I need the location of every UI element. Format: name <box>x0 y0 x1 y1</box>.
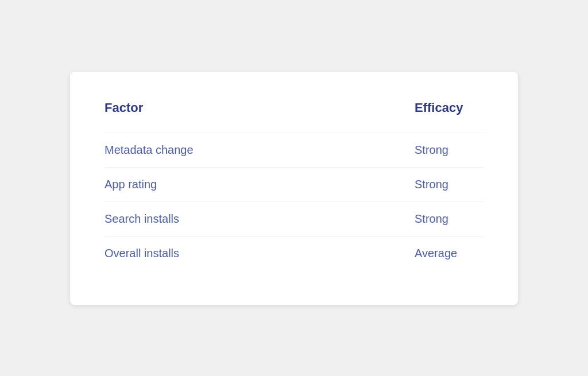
table-header: Factor Efficacy <box>105 100 483 115</box>
efficacy-cell-overall-installs: Average <box>415 247 483 260</box>
factor-cell-metadata: Metadata change <box>105 144 194 157</box>
factor-cell-app-rating: App rating <box>105 178 157 191</box>
factor-cell-search-installs: Search installs <box>105 212 179 226</box>
table-row: Search installs Strong <box>105 201 483 236</box>
factor-cell-overall-installs: Overall installs <box>105 247 179 260</box>
efficacy-cell-metadata: Strong <box>415 144 483 157</box>
column-header-factor: Factor <box>105 100 143 115</box>
table-row: App rating Strong <box>105 167 483 201</box>
card: Factor Efficacy Metadata change Strong A… <box>70 72 518 305</box>
efficacy-cell-search-installs: Strong <box>415 212 483 226</box>
table-row: Metadata change Strong <box>105 133 483 167</box>
efficacy-cell-app-rating: Strong <box>415 178 483 191</box>
table-row: Overall installs Average <box>105 236 483 270</box>
efficacy-table: Factor Efficacy Metadata change Strong A… <box>105 100 483 270</box>
column-header-efficacy: Efficacy <box>415 100 483 115</box>
